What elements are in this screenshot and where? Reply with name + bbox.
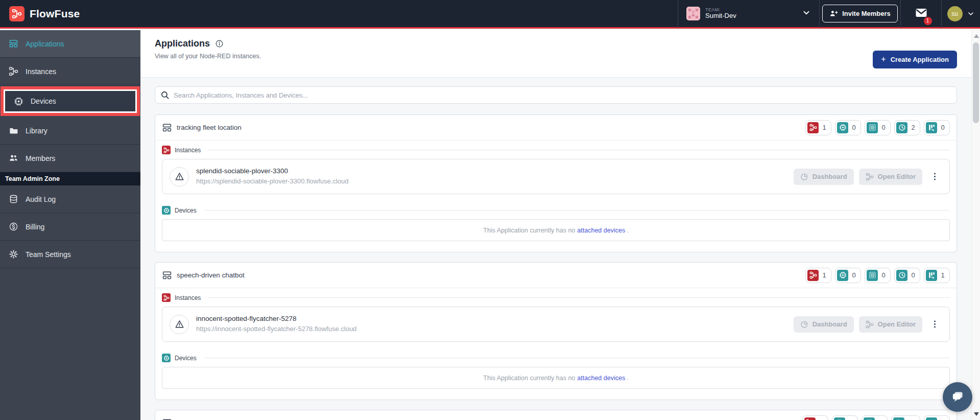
instances-icon bbox=[804, 417, 816, 420]
device-group-icon bbox=[867, 270, 878, 281]
clock-icon bbox=[893, 417, 904, 420]
main-content: Applications View all of your Node-RED i… bbox=[140, 30, 971, 420]
device-count-badge[interactable]: 0 bbox=[835, 120, 861, 135]
search-input[interactable] bbox=[174, 91, 951, 99]
team-settings-icon bbox=[8, 249, 18, 260]
warning-icon bbox=[175, 319, 184, 329]
snapshot-count-badge[interactable]: 20 bbox=[891, 415, 920, 420]
editor-icon bbox=[866, 173, 874, 181]
attached-devices-link[interactable]: attached devices bbox=[577, 375, 625, 382]
sidebar-item-library[interactable]: Library bbox=[0, 117, 140, 145]
sidebar: Applications Instances Devices Library M… bbox=[0, 30, 140, 420]
applications-icon bbox=[8, 39, 18, 49]
kebab-menu-icon[interactable] bbox=[927, 171, 942, 182]
device-count-badge[interactable]: 0 bbox=[835, 268, 861, 283]
info-icon[interactable] bbox=[215, 39, 224, 48]
instances-icon bbox=[807, 270, 819, 281]
instance-row[interactable]: splendid-sociable-plover-3300 https://sp… bbox=[162, 159, 950, 194]
devices-icon bbox=[162, 354, 171, 362]
user-menu[interactable]: su bbox=[941, 0, 980, 28]
pipeline-count-badge[interactable]: 0 bbox=[924, 415, 950, 420]
device-group-icon bbox=[864, 417, 875, 420]
instances-icon bbox=[162, 146, 171, 154]
avatar: su bbox=[947, 6, 963, 21]
search-bar bbox=[155, 86, 957, 104]
library-icon bbox=[8, 126, 18, 136]
device-group-count-badge[interactable]: 0 bbox=[862, 415, 888, 420]
warning-icon bbox=[175, 172, 184, 181]
chevron-down-icon bbox=[967, 10, 975, 18]
brand-name: FlowFuse bbox=[30, 8, 80, 20]
attached-devices-link[interactable]: attached devices bbox=[577, 227, 625, 234]
sidebar-item-applications[interactable]: Applications bbox=[0, 30, 140, 58]
sidebar-item-team-settings[interactable]: Team Settings bbox=[0, 241, 140, 268]
sidebar-item-audit-log[interactable]: Audit Log bbox=[0, 185, 140, 213]
no-devices-message: This Application currently has no attach… bbox=[162, 367, 950, 389]
instances-icon bbox=[807, 122, 819, 133]
sidebar-item-devices[interactable]: Devices bbox=[5, 91, 135, 111]
pipeline-count-badge[interactable]: 0 bbox=[924, 120, 950, 135]
application-name[interactable]: speech-driven chatbot bbox=[177, 271, 245, 279]
clock-icon bbox=[896, 122, 907, 133]
devices-section-label: Devices bbox=[175, 207, 197, 214]
device-count-badge[interactable]: 1 bbox=[832, 415, 858, 420]
sidebar-item-members[interactable]: Members bbox=[0, 145, 140, 172]
notifications-button[interactable]: 1 bbox=[915, 7, 927, 21]
open-editor-button[interactable]: Open Editor bbox=[859, 169, 922, 185]
editor-icon bbox=[866, 320, 874, 329]
instance-count-badge[interactable]: 1 bbox=[805, 268, 831, 283]
instances-icon bbox=[162, 293, 171, 302]
scroll-up-arrow-icon[interactable] bbox=[974, 34, 979, 38]
sidebar-item-instances[interactable]: Instances bbox=[0, 58, 140, 85]
device-group-count-badge[interactable]: 0 bbox=[865, 120, 891, 135]
instance-name: splendid-sociable-plover-3300 bbox=[196, 167, 348, 176]
snapshot-count-badge[interactable]: 0 bbox=[894, 268, 920, 283]
team-name: Sumit-Dev bbox=[705, 12, 736, 20]
instance-count-badge[interactable]: 1 bbox=[805, 120, 831, 135]
user-plus-icon bbox=[829, 9, 838, 18]
open-editor-button[interactable]: Open Editor bbox=[859, 316, 922, 333]
instance-count-badge[interactable]: 3 bbox=[802, 415, 828, 420]
create-application-button[interactable]: + Create Application bbox=[873, 51, 957, 68]
scrollbar[interactable] bbox=[971, 30, 980, 420]
divider bbox=[208, 150, 950, 150]
application-icon bbox=[162, 418, 172, 420]
pie-chart-icon bbox=[800, 173, 808, 181]
sidebar-item-billing[interactable]: Billing bbox=[0, 213, 140, 241]
audit-log-icon bbox=[8, 194, 18, 204]
pipeline-count-badge[interactable]: 1 bbox=[924, 268, 950, 283]
application-card: tracking fleet location 1 0 0 bbox=[155, 114, 957, 252]
pipelines-icon bbox=[926, 417, 937, 420]
application-icon bbox=[162, 270, 172, 281]
devices-icon bbox=[837, 122, 848, 133]
application-card: test 3 1 0 20 bbox=[155, 410, 957, 420]
dashboard-button[interactable]: Dashboard bbox=[794, 169, 854, 185]
instance-status-icon bbox=[170, 167, 189, 186]
billing-icon bbox=[8, 222, 18, 232]
instances-icon bbox=[8, 66, 18, 77]
flowfuse-logo[interactable]: FlowFuse bbox=[0, 6, 89, 21]
instance-url: https://innocent-spotted-flycatcher-5278… bbox=[196, 325, 356, 333]
instance-status-icon bbox=[170, 315, 189, 334]
team-selector[interactable]: TEAM: Sumit-Dev bbox=[678, 0, 819, 28]
devices-icon bbox=[834, 417, 845, 420]
flowfuse-logo-icon bbox=[9, 6, 25, 21]
kebab-menu-icon[interactable] bbox=[927, 319, 942, 330]
devices-icon bbox=[13, 96, 23, 106]
invite-members-button[interactable]: Invite Members bbox=[822, 5, 898, 22]
instances-section-label: Instances bbox=[175, 294, 201, 301]
no-devices-message: This Application currently has no attach… bbox=[162, 219, 950, 241]
scroll-down-arrow-icon[interactable] bbox=[974, 412, 979, 416]
chat-bubbles-icon bbox=[950, 389, 965, 405]
scrollbar-thumb[interactable] bbox=[973, 42, 979, 123]
device-group-icon bbox=[867, 122, 878, 133]
application-name[interactable]: tracking fleet location bbox=[177, 124, 242, 131]
instance-row[interactable]: innocent-spotted-flycatcher-5278 https:/… bbox=[162, 307, 950, 342]
snapshot-count-badge[interactable]: 2 bbox=[894, 120, 920, 135]
plus-icon: + bbox=[881, 57, 886, 62]
divider bbox=[204, 358, 950, 358]
mail-icon bbox=[915, 7, 927, 19]
chat-widget-button[interactable] bbox=[943, 382, 972, 412]
dashboard-button[interactable]: Dashboard bbox=[794, 316, 854, 333]
device-group-count-badge[interactable]: 0 bbox=[865, 268, 891, 283]
